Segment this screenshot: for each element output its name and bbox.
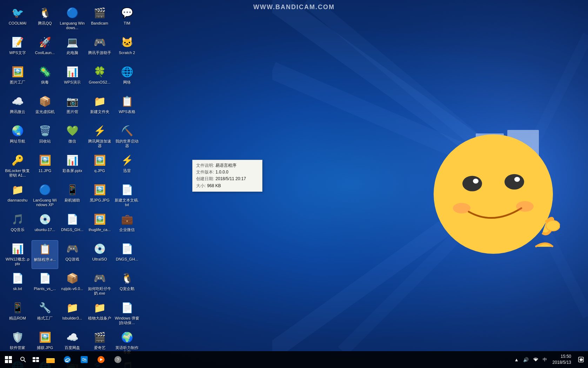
soft-butler-icon: 🛡️ bbox=[11, 330, 25, 344]
win12-icon: 📊 bbox=[11, 242, 25, 256]
taskbar-edge[interactable] bbox=[59, 351, 76, 368]
desktop-icon-caise-pptx[interactable]: 📊彩条屏.pptx bbox=[59, 152, 86, 180]
buzhuo-icon: 🖼️ bbox=[38, 330, 52, 344]
desktop-icon-plants[interactable]: 📄Plants_vs_... bbox=[32, 270, 58, 298]
start-button[interactable] bbox=[0, 351, 17, 368]
desktop-icon-qjpg[interactable]: 🖼️q.JPG bbox=[86, 152, 113, 180]
desktop-icon-rujijdc[interactable]: 📦rujijdc-v6.0... bbox=[59, 270, 86, 298]
tooltip-desc-label: 文件说明: bbox=[196, 162, 214, 169]
task-view-button[interactable] bbox=[29, 351, 42, 368]
desktop-icon-wps-ppt[interactable]: 📊WPS演示 bbox=[59, 63, 86, 92]
desktop-icon-geshi[interactable]: 🔧格式工厂 bbox=[32, 299, 58, 328]
desktop-icon-xunlei[interactable]: ⚡迅雷 bbox=[114, 152, 140, 180]
notification-button[interactable]: 💬 bbox=[575, 351, 587, 368]
desktop-icon-qq-game[interactable]: 🎮QQ游戏 bbox=[59, 240, 86, 269]
taskbar-unknown-app[interactable]: ? bbox=[109, 351, 126, 368]
desktop-icon-qq-music[interactable]: 🎵QQ音乐 bbox=[4, 211, 31, 239]
desktop-icon-sk-txt[interactable]: 📄sk.txt bbox=[4, 270, 31, 298]
desktop-icon-11jpg[interactable]: 🖼️11.JPG bbox=[32, 152, 58, 180]
tooltip-version-row: 文件版本: 1.0.0.0 bbox=[196, 169, 259, 176]
languang-xp-label: LanGuang Windows XP bbox=[32, 198, 58, 207]
desktop-icon-scratch2[interactable]: 🐱Scratch 2 bbox=[114, 34, 140, 63]
desktop-icon-lsbuilder[interactable]: 📁lsbuilder3... bbox=[59, 299, 86, 328]
desktop-icon-shuajilv[interactable]: 📱刷机辅助 bbox=[59, 181, 86, 210]
this-pc-label: 此电脑 bbox=[67, 51, 78, 55]
desktop-icon-trash[interactable]: 🗑️回收站 bbox=[32, 122, 58, 151]
desktop-icon-jiechu[interactable]: 📋解除程序.e... bbox=[32, 240, 58, 269]
desktop-icon-tim[interactable]: 💬TIM bbox=[114, 4, 140, 33]
desktop-icon-win12[interactable]: 📊WIN12概念..pptx bbox=[4, 240, 31, 269]
desktop-icon-web-nav[interactable]: 🌏网址导航 bbox=[4, 122, 31, 151]
greenos-icon: 🍀 bbox=[93, 65, 107, 79]
desktop-icon-image-factory[interactable]: 🖼️图片工厂 bbox=[4, 63, 31, 92]
tray-input-method[interactable]: 中 bbox=[541, 356, 548, 363]
taskbar: 🛍 ? ▲ 🔊 中 15:50 20 bbox=[0, 351, 588, 368]
jingpin-rom-icon: 📱 bbox=[11, 301, 25, 315]
my-world-label: 我的世界启动器 bbox=[114, 139, 140, 148]
sk-txt-icon: 📄 bbox=[11, 271, 25, 285]
svg-rect-23 bbox=[9, 360, 12, 363]
svg-rect-22 bbox=[5, 360, 8, 363]
new-folder-label: 新建文件夹 bbox=[90, 110, 109, 114]
desktop-icon-tencent-cloud[interactable]: ☁️腾讯微云 bbox=[4, 93, 31, 121]
plants2-label: 植物大战备户 bbox=[88, 316, 111, 321]
desktop-icon-coollaunch[interactable]: 🚀CoolLaun... bbox=[32, 34, 58, 63]
desktop-icon-languang-xp[interactable]: 🔵LanGuang Windows XP bbox=[32, 181, 58, 210]
desktop-icon-greenos[interactable]: 🍀GreenOS2... bbox=[86, 63, 113, 92]
desktop-icon-plants2[interactable]: 📁植物大战备户 bbox=[86, 299, 113, 328]
desktop-icon-wps-table[interactable]: 📋WPS表格 bbox=[114, 93, 140, 121]
desktop-icon-photo-album[interactable]: 📷图片馆 bbox=[59, 93, 86, 121]
desktop-icon-ubuntu[interactable]: 💿ubuntu-17... bbox=[32, 211, 58, 239]
desktop-icon-diannaoshu[interactable]: 📁diannaoshu bbox=[4, 181, 31, 210]
desktop-icon-new-txt[interactable]: 📄新建文本文稿.txt bbox=[114, 181, 140, 210]
tray-expand-icon[interactable]: ▲ bbox=[513, 356, 520, 363]
desktop-icon-bandicam[interactable]: 🎬Bandicam bbox=[86, 4, 113, 33]
desktop-icon-tencent-acc[interactable]: ⚡腾讯网游加速器 bbox=[86, 122, 113, 151]
desktop-icon-wechat[interactable]: 💚微信 bbox=[59, 122, 86, 151]
taskbar-file-explorer[interactable] bbox=[42, 351, 59, 368]
desktop-icon-bitlocker[interactable]: 🔑BitLocker 恢复密钥 A1... bbox=[4, 152, 31, 180]
emoji-face bbox=[427, 124, 560, 274]
desktop-icon-jingpin-rom[interactable]: 📱精品ROM bbox=[4, 299, 31, 328]
desktop-icon-my-world[interactable]: ⛏️我的世界启动器 bbox=[114, 122, 140, 151]
q-pet-label: Q宠企鹅 bbox=[120, 287, 134, 291]
clock-date: 2018/5/13 bbox=[553, 360, 571, 366]
coolmai-icon: 🐦 bbox=[11, 6, 25, 20]
desktop-icon-vm-ware[interactable]: 📦蓝光虚拟机 bbox=[32, 93, 58, 121]
desktop-icon-ultraiso[interactable]: 💿UltraISO bbox=[86, 240, 113, 269]
icon-grid: 🐦COOLMAI🐧腾讯QQ🔵Languang Windows...🎬Bandic… bbox=[3, 3, 215, 368]
desktop-icon-win-bomb[interactable]: 📄Windows 弹窗 [自动保... bbox=[114, 299, 140, 328]
taskbar-media-player[interactable] bbox=[93, 351, 109, 368]
desktop-icon-tencentqq[interactable]: 🐧腾讯QQ bbox=[32, 4, 58, 33]
tray-speaker-icon[interactable]: 🔊 bbox=[522, 356, 530, 363]
desktop-icon-heijpg[interactable]: 🖼️黑JPG.JPG bbox=[86, 181, 113, 210]
tray-network-icon[interactable] bbox=[532, 356, 540, 363]
desktop-icon-howeat[interactable]: 🎮如何吃旺仔牛奶.exe bbox=[86, 270, 113, 298]
wechat-label: 微信 bbox=[68, 139, 76, 144]
tencent-assist-icon: 🎮 bbox=[93, 35, 107, 49]
desktop-icon-wps-word[interactable]: 📝WPS文字 bbox=[4, 34, 31, 63]
search-button[interactable] bbox=[17, 351, 29, 368]
desktop-icon-bingdu[interactable]: 🦠病毒 bbox=[32, 63, 58, 92]
taskbar-store[interactable]: 🛍 bbox=[76, 351, 93, 368]
desktop-icon-this-pc[interactable]: 💻此电脑 bbox=[59, 34, 86, 63]
desktop-icon-tencent-assist[interactable]: 🎮腾讯手游助手 bbox=[86, 34, 113, 63]
desktop-icon-coolmai[interactable]: 🐦COOLMAI bbox=[4, 4, 31, 33]
svg-point-19 bbox=[546, 221, 560, 231]
scratch2-label: Scratch 2 bbox=[119, 51, 135, 55]
svg-point-17 bbox=[453, 203, 470, 213]
desktop-icon-dngs-gh2[interactable]: 📄DNGS_GH... bbox=[114, 240, 140, 269]
image-factory-icon: 🖼️ bbox=[11, 65, 25, 79]
desktop-icon-qiye-wechat[interactable]: 💼企业微信 bbox=[114, 211, 140, 239]
tencent-acc-icon: ⚡ bbox=[93, 124, 107, 138]
desktop-icon-languang-win[interactable]: 🔵Languang Windows... bbox=[59, 4, 86, 33]
desktop-icon-network[interactable]: 🌐网络 bbox=[114, 63, 140, 92]
svg-rect-21 bbox=[9, 356, 12, 359]
taskbar-clock[interactable]: 15:50 2018/5/13 bbox=[550, 354, 574, 366]
desktop-icon-thuglife[interactable]: 🖼️thuglife_ca... bbox=[86, 211, 113, 239]
desktop-icon-q-pet[interactable]: 🐧Q宠企鹅 bbox=[114, 270, 140, 298]
plants-icon: 📄 bbox=[38, 271, 52, 285]
desktop-icon-new-folder[interactable]: 📁新建文件夹 bbox=[86, 93, 113, 121]
desktop-icon-dngs-gh[interactable]: 📄DNGS_GH... bbox=[59, 211, 86, 239]
bitlocker-label: BitLocker 恢复密钥 A1... bbox=[5, 169, 30, 178]
